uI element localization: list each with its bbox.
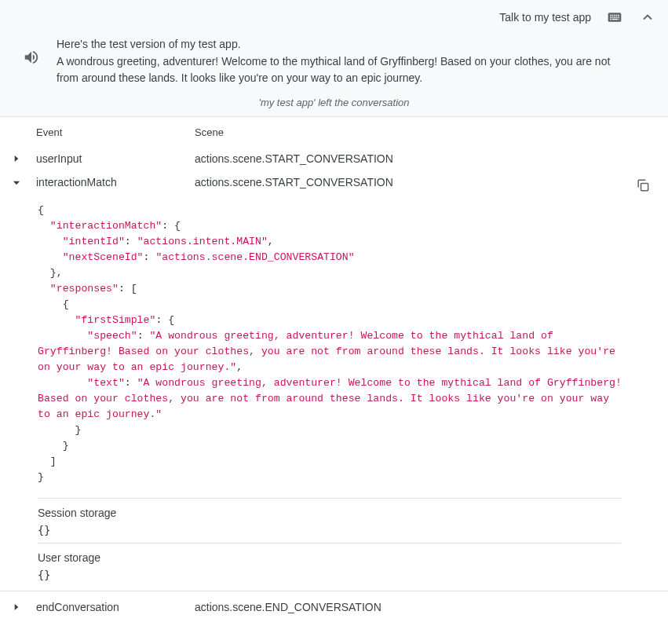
event-name: interactionMatch [36, 176, 195, 188]
app-title: Talk to my test app [499, 11, 591, 24]
user-storage-value: {} [38, 569, 621, 581]
response-line-1: Here's the test version of my test app. [57, 36, 626, 53]
svg-rect-0 [641, 184, 648, 191]
user-storage-section: User storage {} [38, 543, 621, 581]
chevron-right-icon[interactable] [8, 153, 36, 164]
response-line-2: A wondrous greeting, adventurer! Welcome… [57, 53, 626, 87]
copy-icon[interactable] [633, 176, 652, 195]
chevron-right-icon[interactable] [8, 602, 36, 613]
event-row-interactionmatch: interactionMatch actions.scene.START_CON… [8, 174, 657, 581]
keyboard-icon[interactable] [605, 8, 624, 27]
events-table: Event Scene userInput actions.scene.STAR… [0, 117, 668, 581]
left-conversation-notice: 'my test app' left the conversation [0, 95, 668, 116]
json-payload: { "interactionMatch": { "intentId": "act… [8, 198, 657, 492]
event-row-userinput[interactable]: userInput actions.scene.START_CONVERSATI… [8, 143, 657, 174]
column-headers: Event Scene [8, 117, 657, 143]
event-scene: actions.scene.START_CONVERSATION [195, 176, 629, 188]
session-storage-section: Session storage {} [38, 498, 621, 536]
conversation-header: Talk to my test app Here's the test vers… [0, 0, 668, 117]
event-scene: actions.scene.END_CONVERSATION [195, 601, 657, 613]
event-scene: actions.scene.START_CONVERSATION [195, 152, 657, 165]
header-title-row: Talk to my test app [0, 0, 668, 30]
column-header-scene: Scene [195, 126, 657, 138]
chevron-up-icon[interactable] [638, 8, 657, 27]
event-name: endConversation [36, 601, 195, 613]
event-row-endconversation[interactable]: endConversation actions.scene.END_CONVER… [8, 591, 657, 623]
chevron-down-icon[interactable] [8, 174, 36, 188]
user-storage-label: User storage [38, 551, 621, 564]
session-storage-label: Session storage [38, 507, 621, 519]
session-storage-value: {} [38, 524, 621, 536]
response-text-block: Here's the test version of my test app. … [57, 36, 657, 87]
speaker-icon[interactable] [22, 36, 41, 66]
event-row-endconversation-wrap: endConversation actions.scene.END_CONVER… [0, 591, 668, 623]
column-header-event: Event [36, 126, 195, 138]
event-name: userInput [36, 152, 195, 165]
assistant-response: Here's the test version of my test app. … [0, 30, 668, 95]
